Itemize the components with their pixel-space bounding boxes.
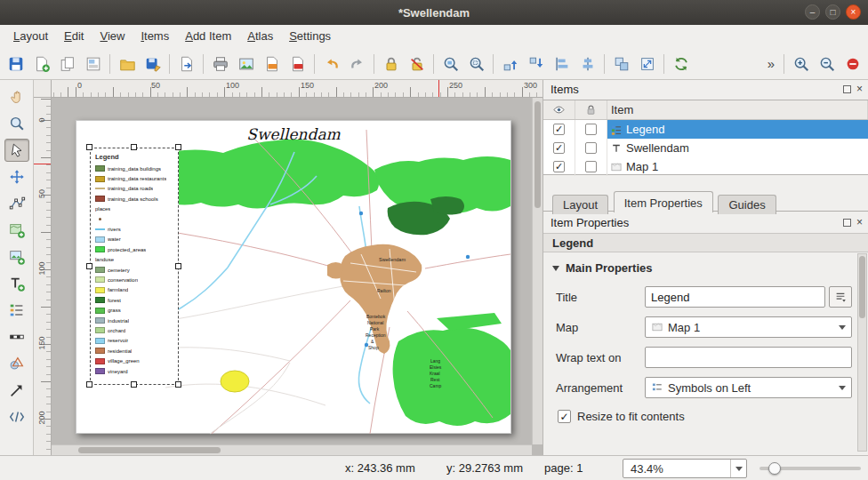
zoom-slider-thumb[interactable] bbox=[768, 462, 781, 475]
legend-item[interactable]: Legend training_data buildings bbox=[90, 148, 179, 385]
minimize-button[interactable]: – bbox=[805, 4, 820, 20]
zoom-actual-button[interactable] bbox=[840, 52, 864, 76]
open-button[interactable] bbox=[115, 52, 139, 76]
main-properties-section[interactable]: Main Properties bbox=[543, 258, 856, 278]
layout-manager-button[interactable] bbox=[81, 52, 105, 76]
menu-item[interactable]: Layout bbox=[5, 25, 56, 47]
items-row-legend[interactable]: Legend bbox=[543, 120, 868, 139]
save-as-template-button[interactable] bbox=[141, 52, 165, 76]
align-left-button[interactable] bbox=[550, 52, 574, 76]
items-row-swellendam[interactable]: Swellendam bbox=[543, 139, 868, 157]
menu-item[interactable]: Add Item bbox=[177, 25, 239, 47]
visibility-checkbox[interactable] bbox=[553, 142, 565, 154]
canvas-horizontal-scrollbar[interactable] bbox=[52, 444, 532, 455]
map-select[interactable]: Map 1 bbox=[645, 316, 852, 338]
export-image-button[interactable] bbox=[234, 52, 258, 76]
layout-page[interactable]: Swellendam bbox=[76, 120, 511, 434]
maximize-button[interactable]: □ bbox=[825, 4, 840, 20]
selection-handle[interactable] bbox=[86, 381, 92, 388]
zoom-full-button[interactable] bbox=[438, 52, 462, 76]
export-svg-button[interactable] bbox=[260, 52, 284, 76]
tab-guides[interactable]: Guides bbox=[718, 195, 776, 214]
legend-entry-label: protected_areas bbox=[108, 247, 146, 252]
zoom-level-combobox[interactable]: 43.4% bbox=[623, 459, 747, 478]
select-move-item-button[interactable] bbox=[4, 139, 29, 162]
duplicate-layout-button[interactable] bbox=[55, 52, 79, 76]
pan-button[interactable] bbox=[4, 85, 29, 108]
group-items-button[interactable] bbox=[609, 52, 633, 76]
legend-entry: training_data roads bbox=[95, 184, 173, 194]
raise-items-button[interactable] bbox=[498, 52, 522, 76]
zoom-out-button[interactable] bbox=[815, 52, 839, 76]
menu-item[interactable]: Atlas bbox=[239, 25, 281, 47]
move-item-content-button[interactable] bbox=[4, 165, 29, 188]
resize-to-fit-checkbox[interactable] bbox=[558, 410, 571, 423]
items-row-map1[interactable]: Map 1 bbox=[543, 157, 868, 176]
tab-item-properties[interactable]: Item Properties bbox=[614, 191, 713, 212]
zoom-button[interactable] bbox=[4, 112, 29, 135]
new-layout-button[interactable] bbox=[29, 52, 53, 76]
add-pages-button[interactable] bbox=[174, 52, 198, 76]
export-pdf-button[interactable] bbox=[285, 52, 309, 76]
add-shape-button[interactable] bbox=[4, 352, 29, 375]
legend-entry-label: rivers bbox=[108, 227, 121, 232]
selection-handle[interactable] bbox=[131, 381, 137, 388]
layout-canvas[interactable]: Swellendam bbox=[52, 98, 542, 455]
add-html-button[interactable] bbox=[4, 405, 29, 428]
wrap-text-input[interactable] bbox=[645, 347, 852, 368]
add-map-button[interactable] bbox=[4, 219, 29, 242]
pages-icon bbox=[59, 55, 76, 73]
arrangement-select[interactable]: Symbols on Left bbox=[645, 377, 852, 398]
selection-handle[interactable] bbox=[175, 263, 181, 269]
add-label-button[interactable] bbox=[4, 272, 29, 295]
toolbar-overflow-button[interactable]: » bbox=[763, 56, 779, 71]
properties-scrollbar[interactable] bbox=[857, 253, 867, 452]
menu-item[interactable]: Edit bbox=[56, 25, 92, 47]
zoom-dropdown-button[interactable] bbox=[730, 460, 746, 477]
float-panel-button[interactable] bbox=[843, 85, 851, 93]
add-picture-button[interactable] bbox=[4, 245, 29, 268]
selection-handle[interactable] bbox=[175, 381, 181, 388]
redo-button[interactable] bbox=[345, 52, 369, 76]
menu-item[interactable]: Items bbox=[133, 25, 177, 47]
refresh-button[interactable] bbox=[669, 52, 693, 76]
cursor-icon bbox=[8, 141, 26, 159]
page-title-label[interactable]: Swellendam bbox=[76, 125, 510, 143]
close-button[interactable]: × bbox=[846, 4, 861, 20]
lock-items-button[interactable] bbox=[379, 52, 403, 76]
save-project-button[interactable] bbox=[4, 52, 28, 76]
close-panel-icon[interactable]: × bbox=[856, 218, 863, 227]
selection-handle[interactable] bbox=[175, 144, 181, 150]
selection-handle[interactable] bbox=[131, 144, 137, 150]
menu-item[interactable]: Settings bbox=[281, 25, 339, 47]
add-arrow-button[interactable] bbox=[4, 379, 29, 402]
resize-items-button[interactable] bbox=[635, 52, 659, 76]
visibility-checkbox[interactable] bbox=[553, 161, 565, 172]
selection-handle[interactable] bbox=[86, 144, 92, 150]
edit-nodes-item-button[interactable] bbox=[4, 192, 29, 215]
undo-button[interactable] bbox=[319, 52, 343, 76]
zoom-region-button[interactable] bbox=[464, 52, 488, 76]
close-panel-icon[interactable]: × bbox=[856, 84, 863, 93]
add-legend-button[interactable] bbox=[4, 299, 29, 322]
lock-checkbox[interactable] bbox=[585, 124, 597, 135]
add-scalebar-button[interactable] bbox=[4, 325, 29, 348]
data-defined-override-button[interactable] bbox=[829, 286, 852, 308]
visibility-checkbox[interactable] bbox=[553, 124, 565, 135]
legend-swatch bbox=[95, 188, 105, 189]
tab-layout[interactable]: Layout bbox=[552, 195, 608, 214]
lock-checkbox[interactable] bbox=[585, 161, 597, 172]
lock-checkbox[interactable] bbox=[585, 142, 597, 154]
float-panel-button[interactable] bbox=[843, 219, 851, 227]
zoom-in-button[interactable] bbox=[789, 52, 813, 76]
canvas-vertical-scrollbar[interactable] bbox=[532, 98, 542, 444]
zoom-slider[interactable] bbox=[760, 456, 861, 480]
unlock-items-button[interactable] bbox=[405, 52, 429, 76]
print-button[interactable] bbox=[208, 52, 232, 76]
menu-item[interactable]: View bbox=[92, 25, 133, 47]
title-input[interactable] bbox=[645, 286, 825, 308]
ruler-corner bbox=[34, 80, 52, 98]
selection-handle[interactable] bbox=[86, 263, 92, 269]
lower-items-button[interactable] bbox=[524, 52, 548, 76]
align-center-button[interactable] bbox=[575, 52, 599, 76]
